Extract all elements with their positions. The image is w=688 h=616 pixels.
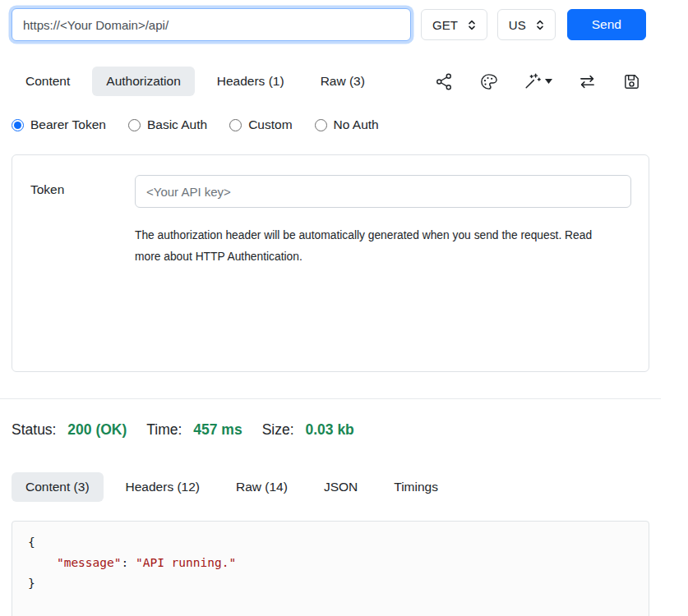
save-icon	[622, 72, 641, 91]
size-group: Size: 0.03 kb	[262, 421, 354, 439]
tab-response-json[interactable]: JSON	[310, 472, 372, 502]
region-select[interactable]: US	[497, 9, 556, 40]
time-label: Time:	[146, 421, 182, 438]
swap-request-button[interactable]	[578, 72, 597, 91]
toolbar	[435, 72, 649, 91]
send-button[interactable]: Send	[567, 9, 646, 40]
tab-response-content[interactable]: Content (3)	[12, 472, 104, 502]
status-group: Status: 200 (OK)	[12, 421, 127, 439]
tab-response-raw[interactable]: Raw (14)	[222, 472, 302, 502]
code-line: "message": "API running."	[28, 553, 633, 573]
share-button[interactable]	[435, 72, 454, 91]
code-line: }	[28, 573, 633, 594]
tab-headers[interactable]: Headers (1)	[203, 67, 298, 96]
method-select-value: GET	[432, 18, 458, 32]
auth-option-bearer-token[interactable]: Bearer Token	[12, 117, 106, 132]
region-select-value: US	[509, 18, 526, 32]
size-label: Size:	[262, 421, 294, 438]
authorization-panel: Token The authorization header will be a…	[12, 154, 649, 372]
request-tabs-bar: Content Authorization Headers (1) Raw (3…	[12, 67, 649, 96]
token-row: Token The authorization header will be a…	[30, 175, 630, 267]
section-divider	[0, 398, 661, 399]
tab-response-headers[interactable]: Headers (12)	[112, 472, 214, 502]
code-key: "message"	[57, 556, 122, 569]
radio-selected-icon	[12, 119, 24, 131]
auth-option-custom[interactable]: Custom	[229, 117, 292, 132]
size-value: 0.03 kb	[305, 421, 353, 438]
caret-down-icon	[545, 79, 552, 84]
select-arrows-icon	[468, 20, 476, 30]
radio-unselected-icon	[128, 119, 141, 131]
radio-label: Custom	[248, 117, 292, 132]
auth-option-basic-auth[interactable]: Basic Auth	[128, 117, 207, 132]
response-tabs: Content (3) Headers (12) Raw (14) JSON T…	[12, 472, 649, 502]
tab-raw[interactable]: Raw (3)	[307, 67, 379, 96]
code-indent	[28, 556, 57, 569]
status-value: 200 (OK)	[67, 421, 127, 438]
status-label: Status:	[12, 421, 56, 438]
time-group: Time: 457 ms	[146, 421, 242, 439]
radio-label: Basic Auth	[147, 117, 207, 132]
time-value: 457 ms	[193, 421, 242, 438]
radio-unselected-icon	[229, 119, 242, 131]
token-column: The authorization header will be automat…	[135, 175, 631, 267]
radio-label: Bearer Token	[30, 117, 106, 132]
api-client-page: GET US Send Content Authorization Header…	[0, 0, 661, 616]
select-arrows-icon	[536, 20, 544, 30]
code-colon: :	[122, 556, 136, 569]
response-body: { "message": "API running." }	[12, 521, 649, 616]
generate-code-button[interactable]	[524, 72, 552, 90]
code-value: "API running."	[136, 556, 236, 569]
share-nodes-icon	[435, 72, 454, 91]
magic-wand-icon	[524, 72, 542, 90]
auth-help-text: The authorization header will be automat…	[135, 225, 618, 267]
radio-unselected-icon	[315, 119, 327, 131]
save-button[interactable]	[622, 72, 641, 91]
code-brace: }	[28, 577, 35, 590]
token-label: Token	[30, 175, 135, 267]
request-tabs: Content Authorization Headers (1) Raw (3…	[12, 67, 379, 96]
token-input[interactable]	[135, 175, 631, 208]
swap-arrows-icon	[578, 72, 597, 91]
url-input[interactable]	[12, 8, 411, 41]
auth-option-no-auth[interactable]: No Auth	[315, 117, 379, 132]
tab-content[interactable]: Content	[12, 67, 84, 96]
code-brace: {	[28, 536, 35, 549]
theme-button[interactable]	[479, 72, 498, 91]
tab-authorization[interactable]: Authorization	[92, 67, 194, 96]
tab-response-timings[interactable]: Timings	[380, 472, 452, 502]
method-select[interactable]: GET	[421, 9, 487, 40]
request-bar: GET US Send	[12, 8, 649, 41]
code-line: {	[28, 532, 633, 553]
radio-label: No Auth	[334, 117, 379, 132]
palette-icon	[479, 72, 498, 91]
response-status-bar: Status: 200 (OK) Time: 457 ms Size: 0.03…	[12, 421, 649, 439]
auth-type-options: Bearer Token Basic Auth Custom No Auth	[12, 117, 649, 132]
